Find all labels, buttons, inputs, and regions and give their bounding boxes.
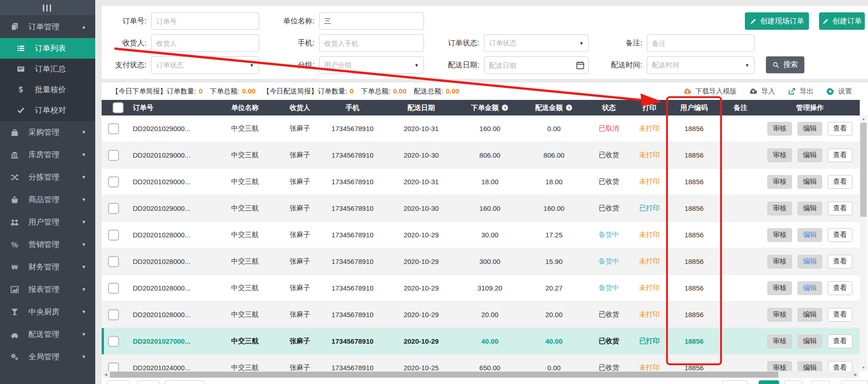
table-row[interactable]: DD20201027000...中交三航张麻子173456789102020-1… (102, 328, 860, 355)
table-row[interactable]: DD20201028000...中交三航张麻子173456789102020-1… (102, 275, 860, 302)
view-button[interactable]: 查看 (828, 255, 852, 269)
view-button[interactable]: 查看 (828, 202, 852, 215)
sidebar-group-delivery[interactable]: 配送管理▼ (0, 323, 95, 346)
audit-button[interactable]: 审核 (767, 148, 792, 162)
sidebar-item-order-summary[interactable]: 订单汇总 (0, 59, 95, 79)
row-checkbox[interactable] (108, 123, 119, 134)
scroll-down-icon[interactable]: ▼ (860, 364, 867, 371)
table-row[interactable]: DD20201029000...中交三航张麻子173456789102020-1… (102, 115, 860, 142)
delivery_time-select[interactable]: 配送时间▼ (647, 56, 754, 74)
order_no-field[interactable] (152, 13, 259, 29)
table-row[interactable]: DD20201028000...中交三航张麻子173456789102020-1… (102, 222, 860, 248)
edit-button[interactable]: 编辑 (797, 255, 822, 269)
table-row[interactable]: DD20201029000...中交三航张麻子173456789102020-1… (102, 169, 860, 195)
table-row[interactable]: DD20201029000...中交三航张麻子173456789102020-1… (102, 142, 860, 169)
delivery_date-input[interactable] (484, 56, 589, 74)
pagination-button-right-4[interactable] (841, 380, 868, 384)
sidebar-group-marketing[interactable]: %营销管理▼ (0, 233, 95, 256)
unit_name-input[interactable] (319, 12, 424, 30)
delivery_date-field[interactable] (484, 57, 588, 73)
sidebar-group-reports[interactable]: 报表管理▼ (0, 278, 95, 301)
sidebar-group-finance[interactable]: ₩财务管理▼ (0, 256, 95, 278)
edit-button[interactable]: 编辑 (797, 281, 822, 295)
table-row[interactable]: DD20201028000...中交三航张麻子173456789102020-1… (102, 302, 860, 328)
pagination-button-right-0[interactable] (722, 380, 748, 384)
sidebar-group-users[interactable]: 用户管理▼ (0, 211, 95, 233)
group-select[interactable]: 用户分组▼ (319, 56, 424, 74)
audit-button[interactable]: 审核 (767, 255, 792, 269)
sidebar-item-order-list[interactable]: 订单列表 (0, 38, 95, 59)
view-button[interactable]: 查看 (828, 308, 852, 322)
scroll-up-icon[interactable]: ▲ (860, 115, 867, 122)
row-checkbox[interactable] (108, 230, 119, 241)
create-onsite-order-button[interactable]: 创建现场订单 (745, 12, 809, 30)
view-button[interactable]: 查看 (828, 175, 852, 189)
row-checkbox[interactable] (108, 150, 119, 161)
view-button[interactable]: 查看 (828, 281, 852, 295)
view-button[interactable]: 查看 (828, 148, 852, 162)
order_no-input[interactable] (151, 12, 259, 30)
import-button[interactable]: 导入 (749, 87, 775, 96)
pay_status-select[interactable]: 订单状态▼ (151, 56, 259, 74)
table-row[interactable]: DD20201029000...中交三航张麻子173456789102020-1… (102, 195, 860, 222)
edit-button[interactable]: 编辑 (797, 308, 822, 322)
sidebar-item-order-check[interactable]: 订单校对 (0, 100, 95, 121)
scroll-left-icon[interactable]: ◀ (103, 371, 109, 378)
pagination-button-left-1[interactable] (137, 380, 160, 384)
row-checkbox[interactable] (108, 336, 119, 347)
view-button[interactable]: 查看 (828, 361, 852, 372)
horizontal-scrollbar[interactable]: ◀ ▶ (103, 371, 859, 378)
search-button[interactable]: 搜索 (766, 56, 804, 73)
horizontal-scroll-thumb[interactable] (110, 372, 778, 378)
sidebar-group-central-kitchen[interactable]: 中央厨房▼ (0, 301, 95, 323)
table-row[interactable]: DD20201024000...中交三航张麻子173456789102020-1… (102, 355, 860, 371)
pagination-button-right-3[interactable] (811, 380, 830, 384)
download-template-button[interactable]: 下载导入模版 (683, 87, 737, 96)
receiver-field[interactable] (152, 35, 259, 51)
audit-button[interactable]: 审核 (767, 361, 792, 372)
audit-button[interactable]: 审核 (767, 202, 792, 215)
audit-button[interactable]: 审核 (767, 175, 792, 189)
settings-button[interactable]: 设置 (825, 87, 852, 96)
order_status-select[interactable]: 订单状态▼ (484, 34, 589, 52)
row-checkbox[interactable] (108, 309, 119, 320)
edit-button[interactable]: 编辑 (797, 361, 822, 372)
sidebar-group-goods[interactable]: 商品管理▼ (0, 188, 95, 211)
sidebar-group-sorting[interactable]: 分拣管理▼ (0, 166, 95, 188)
row-checkbox[interactable] (108, 362, 119, 372)
row-checkbox[interactable] (108, 283, 119, 294)
view-button[interactable]: 查看 (828, 335, 852, 348)
row-checkbox[interactable] (108, 203, 119, 214)
edit-button[interactable]: 编辑 (797, 122, 822, 136)
pagination-button-right-2[interactable] (784, 380, 803, 384)
edit-button[interactable]: 编辑 (797, 228, 822, 242)
edit-button[interactable]: 编辑 (797, 175, 822, 189)
receiver-input[interactable] (151, 34, 259, 52)
view-button[interactable]: 查看 (828, 122, 852, 136)
edit-button[interactable]: 编辑 (797, 335, 822, 348)
sidebar-group-warehouse[interactable]: 库房管理▼ (0, 143, 95, 166)
audit-button[interactable]: 审核 (767, 122, 792, 136)
edit-button[interactable]: 编辑 (797, 148, 822, 162)
create-order-button[interactable]: 创建订单 (819, 12, 865, 30)
audit-button[interactable]: 审核 (767, 335, 792, 348)
pagination-button-left-2[interactable] (165, 380, 204, 384)
audit-button[interactable]: 审核 (767, 308, 792, 322)
sidebar-item-batch-pricing[interactable]: $批量核价 (0, 79, 95, 100)
audit-button[interactable]: 审核 (767, 228, 792, 242)
view-button[interactable]: 查看 (828, 228, 852, 242)
scroll-right-icon[interactable]: ▶ (852, 371, 859, 378)
table-row[interactable]: DD20201028000...中交三航张麻子173456789102020-1… (102, 248, 860, 275)
sidebar-collapse-button[interactable]: ||| (0, 0, 95, 15)
phone-input[interactable] (319, 34, 424, 52)
unit_name-field[interactable] (320, 13, 423, 29)
remark-field[interactable] (647, 35, 754, 51)
audit-button[interactable]: 审核 (767, 281, 792, 295)
vertical-scrollbar[interactable]: ▲ ▼ (860, 115, 867, 371)
pagination-button-left-0[interactable] (107, 380, 130, 384)
sidebar-group-order[interactable]: 订单管理▲ (0, 15, 95, 38)
export-button[interactable]: 导出 (787, 87, 814, 96)
edit-button[interactable]: 编辑 (797, 202, 822, 215)
vertical-scroll-thumb[interactable] (860, 123, 867, 217)
remark-input[interactable] (647, 34, 754, 52)
